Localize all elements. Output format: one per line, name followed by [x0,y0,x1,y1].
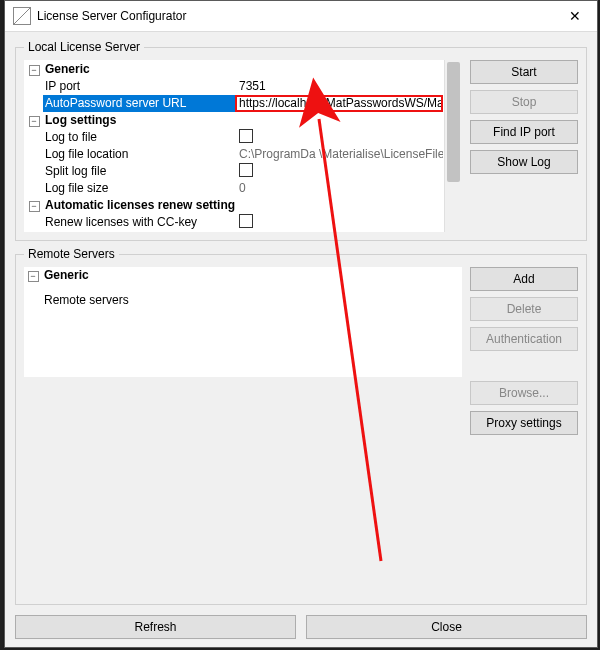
delete-button[interactable]: Delete [470,297,578,321]
category-log-settings[interactable]: − Log settings [25,112,443,129]
checkbox-icon[interactable] [239,129,253,143]
local-buttons: Start Stop Find IP port Show Log [470,60,578,232]
local-license-group: Local License Server − Generic IP [15,40,587,241]
row-remote-servers[interactable]: Remote servers [24,292,462,309]
close-button[interactable]: Close [306,615,587,639]
window-title: License Server Configurator [37,9,186,23]
titlebar: License Server Configurator ✕ [5,1,597,32]
close-icon: ✕ [569,8,581,24]
row-split-log[interactable]: Split log file [25,163,443,180]
proxy-settings-button[interactable]: Proxy settings [470,411,578,435]
remote-servers-group: Remote Servers − Generic Remote servers [15,247,587,605]
collapse-icon[interactable]: − [29,201,40,212]
row-log-location[interactable]: Log file location C:\ProgramDa \Material… [25,146,443,163]
footer-buttons: Refresh Close [15,609,587,639]
remote-category-generic[interactable]: − Generic [24,267,462,284]
app-icon [13,7,31,25]
authentication-button[interactable]: Authentication [470,327,578,351]
checkbox-icon[interactable] [239,214,253,228]
app-window: License Server Configurator ✕ Local Lice… [4,0,598,648]
row-log-to-file[interactable]: Log to file [25,129,443,146]
start-button[interactable]: Start [470,60,578,84]
stop-button[interactable]: Stop [470,90,578,114]
checkbox-icon[interactable] [239,163,253,177]
autopassword-url-value[interactable]: https://localhost/MatPasswordsWS/MatPass… [235,95,443,112]
collapse-icon[interactable]: − [29,116,40,127]
row-log-size[interactable]: Log file size 0 [25,180,443,197]
local-property-grid[interactable]: − Generic IP port 7351 Au [24,60,444,232]
collapse-icon[interactable]: − [29,65,40,76]
collapse-icon[interactable]: − [28,271,39,282]
window-close-button[interactable]: ✕ [553,1,597,31]
scrollbar-thumb[interactable] [447,62,460,182]
find-ip-port-button[interactable]: Find IP port [470,120,578,144]
row-autopassword-url[interactable]: AutoPassword server URL https://localhos… [25,95,443,112]
row-renew-cc[interactable]: Renew licenses with CC-key [25,214,443,231]
add-button[interactable]: Add [470,267,578,291]
remote-servers-legend: Remote Servers [24,247,119,261]
remote-property-grid[interactable]: − Generic Remote servers [24,267,462,377]
refresh-button[interactable]: Refresh [15,615,296,639]
category-generic[interactable]: − Generic [25,61,443,78]
row-ip-port[interactable]: IP port 7351 [25,78,443,95]
category-auto-renew[interactable]: − Automatic licenses renew settings [25,197,443,214]
show-log-button[interactable]: Show Log [470,150,578,174]
local-license-legend: Local License Server [24,40,144,54]
remote-buttons: Add Delete Authentication Browse... Prox… [470,267,578,435]
client-area: Local License Server − Generic IP [5,32,597,647]
browse-button[interactable]: Browse... [470,381,578,405]
local-grid-scrollbar[interactable] [444,60,462,232]
